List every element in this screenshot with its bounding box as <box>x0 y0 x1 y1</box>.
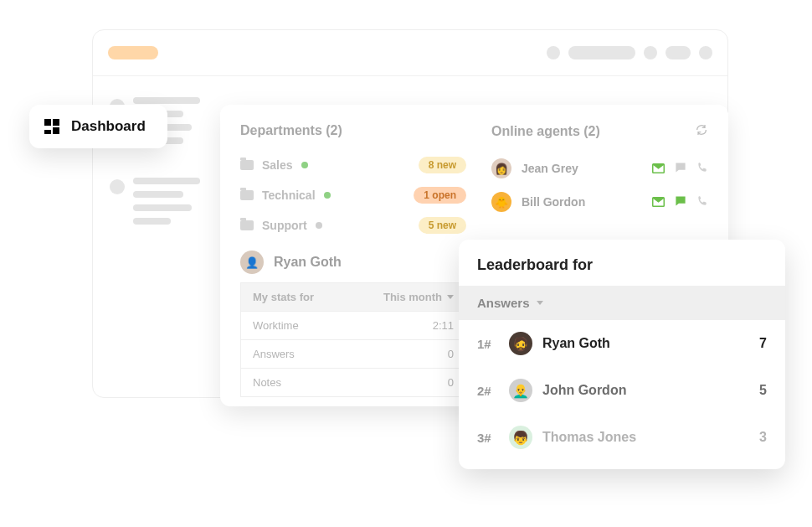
department-name: Technical <box>262 189 316 202</box>
folder-icon <box>240 220 254 230</box>
status-dot-icon <box>316 222 322 229</box>
avatar <box>491 192 511 212</box>
leaderboard-score: 5 <box>759 383 767 398</box>
background-window-header <box>93 30 727 76</box>
status-dot-icon <box>301 162 308 168</box>
chevron-down-icon <box>537 301 543 305</box>
department-row[interactable]: Support 5 new <box>240 210 466 240</box>
stat-label: Worktime <box>253 319 299 332</box>
placeholder-toolbar <box>547 46 712 59</box>
folder-icon <box>240 160 254 170</box>
placeholder-dot <box>699 46 712 59</box>
mail-icon[interactable] <box>652 195 665 209</box>
placeholder-pill <box>666 46 691 59</box>
placeholder-dot <box>644 46 657 59</box>
agent-row[interactable]: Bill Gordon <box>491 185 708 219</box>
dashboard-label: Dashboard <box>71 118 146 135</box>
avatar: 👨‍🦲 <box>509 379 532 402</box>
my-stats-filter-row[interactable]: My stats for This month <box>241 283 465 312</box>
phone-icon[interactable] <box>696 195 708 209</box>
status-dot-icon <box>324 192 331 199</box>
leaderboard-rank: 1# <box>477 337 499 351</box>
stat-label: Answers <box>253 348 295 360</box>
leaderboard-name: Ryan Goth <box>542 336 610 351</box>
leaderboard-name: Thomas Jones <box>542 430 636 445</box>
agent-name: Jean Grey <box>522 162 578 175</box>
department-row[interactable]: Sales 8 new <box>240 150 466 180</box>
refresh-icon[interactable] <box>695 123 708 140</box>
department-name: Support <box>262 219 307 232</box>
departments-column: Departments (2) Sales 8 new Technical 1 … <box>240 123 466 397</box>
department-badge: 8 new <box>419 157 466 173</box>
chevron-down-icon <box>447 295 454 299</box>
my-stats-filter-label: My stats for <box>253 291 314 303</box>
my-stats-period: This month <box>383 291 442 303</box>
folder-icon <box>240 190 254 200</box>
department-badge: 5 new <box>419 217 466 234</box>
leaderboard-rank: 2# <box>477 384 499 398</box>
chat-icon[interactable] <box>675 162 686 176</box>
stat-value: 0 <box>448 376 454 389</box>
leaderboard-score: 7 <box>759 336 767 351</box>
stat-row: Worktime 2:11 <box>241 312 465 340</box>
agent-row[interactable]: 👩 Jean Grey <box>491 152 708 185</box>
leaderboard-score: 3 <box>759 430 767 445</box>
placeholder-dot <box>547 46 560 59</box>
mail-icon[interactable] <box>652 162 665 176</box>
department-row[interactable]: Technical 1 open <box>240 180 466 210</box>
stat-row: Notes 0 <box>241 369 465 396</box>
placeholder-pill <box>568 46 635 59</box>
avatar: 🧔 <box>509 332 532 355</box>
department-name: Sales <box>262 158 293 172</box>
leaderboard-filter[interactable]: Answers <box>459 286 785 320</box>
stat-value: 2:11 <box>433 319 454 332</box>
department-badge: 1 open <box>414 187 466 204</box>
chat-icon[interactable] <box>675 195 686 209</box>
avatar: 👦 <box>509 426 532 449</box>
leaderboard-row[interactable]: 3# 👦 Thomas Jones 3 <box>459 414 785 461</box>
leaderboard-name: John Gordon <box>542 383 626 398</box>
phone-icon[interactable] <box>696 162 708 176</box>
my-stats-table: My stats for This month Worktime 2:11 An… <box>240 282 466 397</box>
leaderboard-row[interactable]: 1# 🧔 Ryan Goth 7 <box>459 320 785 367</box>
agent-name: Bill Gordon <box>522 195 585 209</box>
my-stats-section: 👤 Ryan Goth My stats for This month Work… <box>240 251 466 397</box>
stat-label: Notes <box>253 376 281 389</box>
leaderboard-filter-label: Answers <box>477 296 530 310</box>
stat-value: 0 <box>448 348 454 360</box>
leaderboard-card: Leaderboard for Answers 1# 🧔 Ryan Goth 7… <box>459 240 785 469</box>
placeholder-logo <box>108 46 158 59</box>
departments-title: Departments (2) <box>240 123 466 138</box>
online-agents-title: Online agents (2) <box>491 124 600 139</box>
avatar: 👤 <box>240 251 264 274</box>
dashboard-icon <box>44 119 59 134</box>
leaderboard-title: Leaderboard for <box>459 240 785 286</box>
avatar: 👩 <box>491 158 511 178</box>
dashboard-card[interactable]: Dashboard <box>29 105 167 148</box>
leaderboard-row[interactable]: 2# 👨‍🦲 John Gordon 5 <box>459 367 785 414</box>
leaderboard-rank: 3# <box>477 431 499 445</box>
stat-row: Answers 0 <box>241 340 465 369</box>
my-stats-agent-name: Ryan Goth <box>274 255 342 270</box>
